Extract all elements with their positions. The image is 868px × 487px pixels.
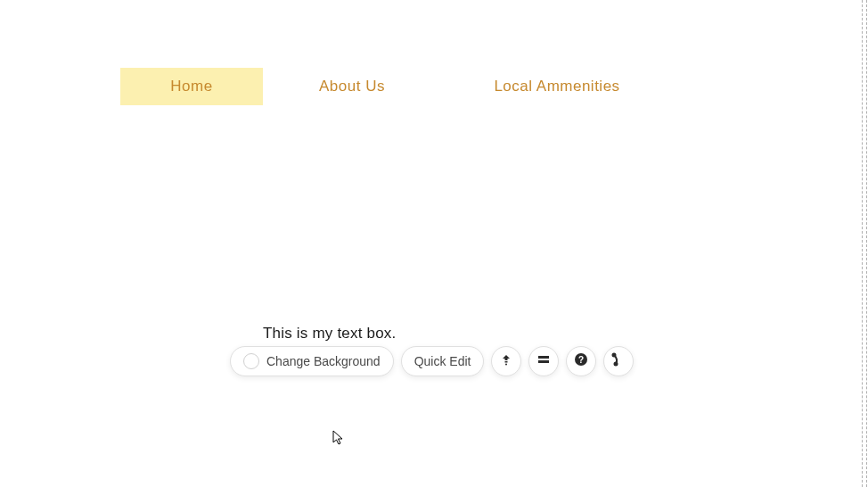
button-label: Change Background bbox=[266, 354, 381, 368]
nav-label: Local Ammenities bbox=[494, 78, 619, 95]
color-swatch-icon bbox=[243, 353, 259, 369]
svg-rect-1 bbox=[538, 360, 549, 363]
mouse-cursor-icon bbox=[332, 430, 345, 446]
animation-button[interactable] bbox=[603, 346, 634, 376]
svg-rect-0 bbox=[538, 356, 549, 359]
button-label: Quick Edit bbox=[414, 354, 471, 368]
nav-label: About Us bbox=[319, 78, 385, 95]
move-up-button[interactable] bbox=[491, 346, 521, 376]
chevron-up-double-icon bbox=[499, 352, 513, 370]
animation-icon bbox=[611, 352, 626, 370]
nav-label: Home bbox=[170, 78, 212, 95]
nav-item-local[interactable]: Local Ammenities bbox=[441, 68, 673, 105]
svg-text:?: ? bbox=[578, 355, 584, 365]
quick-edit-button[interactable]: Quick Edit bbox=[401, 346, 485, 376]
stretch-icon bbox=[536, 352, 551, 370]
help-icon: ? bbox=[574, 352, 588, 370]
text-box-content[interactable]: This is my text box. bbox=[263, 325, 396, 343]
stretch-button[interactable] bbox=[528, 346, 559, 376]
nav-item-home[interactable]: Home bbox=[120, 68, 263, 105]
svg-point-5 bbox=[615, 363, 618, 366]
ruler-guide-right bbox=[862, 0, 867, 487]
change-background-button[interactable]: Change Background bbox=[230, 346, 394, 376]
svg-point-4 bbox=[613, 354, 616, 357]
nav-item-about[interactable]: About Us bbox=[263, 68, 441, 105]
site-nav: Home About Us Local Ammenities bbox=[120, 68, 673, 105]
help-button[interactable]: ? bbox=[566, 346, 596, 376]
strip-toolbar: Change Background Quick Edit ? bbox=[230, 346, 634, 376]
